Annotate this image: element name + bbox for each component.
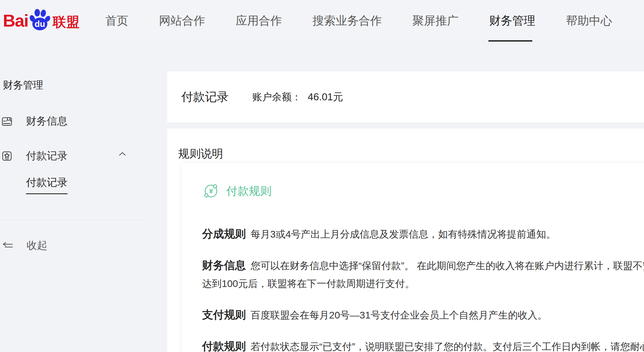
payment-rules-title-row: ¥ 付款规则: [204, 183, 644, 199]
collapse-arrow-icon: [1, 242, 14, 250]
payment-record-icon: [1, 151, 12, 162]
coin-yen-icon: ¥: [204, 184, 219, 199]
payment-rules-title: 付款规则: [226, 183, 271, 199]
rule-label: 支付规则: [202, 309, 246, 321]
top-navbar: Bai du 联盟 首页 网站合作 应用合作 搜索业务合作 聚屏推广 财务管理 …: [0, 0, 644, 42]
sidebar-item-label: 财务信息: [26, 114, 68, 128]
payment-records-header-panel: 付款记录 账户余额： 46.01元: [167, 71, 644, 122]
rule-label: 财务信息: [202, 259, 246, 271]
sidebar-item-finance-info[interactable]: 财务信息: [1, 114, 68, 128]
rule-text: 每月3或4号产出上月分成信息及发票信息，如有特殊情况将提前通知。: [251, 229, 556, 240]
rule-item-pay: 支付规则百度联盟会在每月20号—31号支付企业会员上个自然月产生的收入。: [202, 306, 644, 324]
sidebar-title: 财务管理: [3, 78, 43, 92]
rule-text: 您可以在财务信息中选择“保留付款”。 在此期间您产生的收入将在账户内进行累计，联…: [251, 260, 644, 271]
rule-text: 若付款状态显示“已支付”，说明联盟已安排了您的付款。支付后三个工作日内到帐，请您…: [251, 341, 644, 352]
page-title: 付款记录: [181, 89, 229, 105]
chevron-up-icon[interactable]: [118, 151, 127, 157]
rule-text: 百度联盟会在每月20号—31号支付企业会员上个自然月产生的收入。: [251, 310, 547, 320]
logo-text-bai: Bai: [3, 12, 28, 29]
rule-label: 分成规则: [202, 228, 246, 240]
nav-item-help-center[interactable]: 帮助中心: [566, 0, 612, 41]
rules-section-heading: 规则说明: [178, 146, 223, 162]
collapse-label: 收起: [27, 238, 47, 253]
rule-item-finance-info: 财务信息您可以在财务信息中选择“保留付款”。 在此期间您产生的收入将在账户内进行…: [202, 256, 644, 292]
account-balance-label: 账户余额：: [252, 90, 301, 104]
sidebar-item-label: 付款记录: [26, 149, 68, 163]
account-balance: 账户余额： 46.01元: [252, 90, 343, 104]
rules-list: 分成规则每月3或4号产出上月分成信息及发票信息，如有特殊情况将提前通知。 财务信…: [202, 225, 644, 352]
sidebar-subitem-payment-records[interactable]: 付款记录: [26, 175, 68, 194]
rule-text: 达到100元后，联盟将在下一付款周期进行支付。: [202, 278, 415, 289]
rule-label: 付款规则: [202, 340, 246, 352]
finance-info-icon: [1, 116, 12, 127]
main-nav: 首页 网站合作 应用合作 搜索业务合作 聚屏推广 财务管理 帮助中心: [105, 0, 643, 41]
svg-text:du: du: [35, 19, 45, 29]
sidebar: 财务管理 财务信息 付款记录 付款: [0, 42, 167, 352]
svg-text:¥: ¥: [209, 187, 213, 195]
account-balance-value: 46.01元: [308, 90, 343, 104]
sidebar-subitem-label: 付款记录: [26, 175, 68, 194]
nav-item-app-coop[interactable]: 应用合作: [236, 0, 282, 41]
logo-text-lianmeng: 联盟: [53, 15, 80, 29]
nav-item-finance-management[interactable]: 财务管理: [489, 0, 535, 41]
rule-item-sharing: 分成规则每月3或4号产出上月分成信息及发票信息，如有特殊情况将提前通知。: [202, 225, 644, 243]
rules-panel: 规则说明 ¥ 付款规则 分成规则每月3或4号产出上月分成信息及发票信息，如有特殊…: [167, 129, 644, 352]
sidebar-collapse-button[interactable]: 收起: [1, 238, 47, 253]
main-content: 付款记录 账户余额： 46.01元 规则说明 ¥ 付款规则: [167, 42, 644, 352]
sidebar-item-payment-records[interactable]: 付款记录: [1, 149, 134, 163]
baidu-union-logo[interactable]: Bai du 联盟: [3, 0, 80, 41]
sidebar-divider: [0, 220, 146, 220]
nav-item-search-coop[interactable]: 搜索业务合作: [312, 0, 382, 41]
nav-item-home[interactable]: 首页: [105, 0, 128, 41]
payment-rules-card: ¥ 付款规则 分成规则每月3或4号产出上月分成信息及发票信息，如有特殊情况将提前…: [182, 163, 644, 352]
nav-item-website-coop[interactable]: 网站合作: [159, 0, 205, 41]
nav-item-screen-promo[interactable]: 聚屏推广: [412, 0, 458, 41]
rule-item-payment: 付款规则若付款状态显示“已支付”，说明联盟已安排了您的付款。支付后三个工作日内到…: [202, 337, 644, 352]
baidu-paw-icon: du: [29, 9, 51, 32]
